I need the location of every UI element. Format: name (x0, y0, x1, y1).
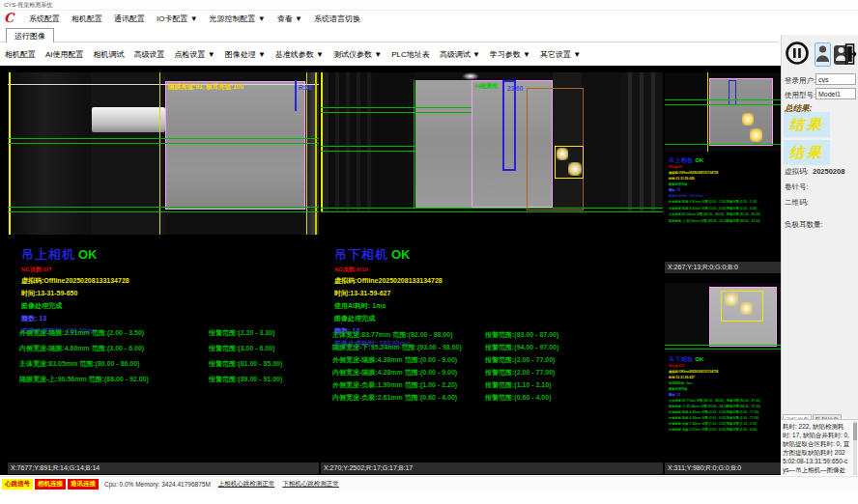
menu-light-config[interactable]: 光源控制配置 ▼ (204, 14, 272, 24)
left-pixel-status: X:7677;Y:891;R:14;G:14;B:14 (8, 462, 319, 474)
tb-tester-params[interactable]: 测试仪参数 ▼ (329, 49, 386, 60)
bottom-status-bar: 心跳信号 相机连接 通讯连接 Cpu: 0.0% Memory: 3424.41… (0, 476, 858, 490)
alarm-range: 报警范围:(2.00 - 77.00) (727, 410, 758, 415)
alarm-range: 报警范围:(83.00 - 87.00) (727, 399, 760, 404)
tb-advanced-debug[interactable]: 高级调试 ▼ (435, 49, 485, 60)
tb-learning-params[interactable]: 学习参数 ▼ (485, 49, 535, 60)
tb-plc-address[interactable]: PLC地址表 (386, 49, 435, 60)
mini-code: 虚拟码:Offline20250208133134728 (669, 370, 780, 375)
left-process-done: 图像处理完成 (21, 301, 129, 311)
tb-ai-config[interactable]: AI使用配置 (41, 49, 89, 60)
model-value[interactable] (815, 88, 856, 99)
alarm-range: 报警范围:(2.00 - 77.00) (485, 368, 555, 378)
menu-io-config[interactable]: IO卡配置 ▼ (151, 14, 204, 24)
log-scrollbar-thumb[interactable] (853, 423, 857, 440)
green-measure-line (321, 211, 663, 212)
defect-blob (742, 113, 754, 126)
measure-value: 内侧宽度-隔膜:4.28mm 范围:(0.00 - 9.00) (332, 368, 457, 378)
exit-door-icon (844, 42, 858, 66)
bottom-cam-heartbeat-link[interactable]: 下相机心跳检测正常 (282, 480, 339, 489)
menu-view[interactable]: 查看 ▼ (272, 14, 308, 24)
left-virtual-code: 虚拟码:Offline20250208133134728 (21, 276, 129, 286)
mini-done: 图像处理完成 (669, 182, 780, 187)
log-scrollbar[interactable] (853, 421, 857, 475)
menu-camera-config[interactable]: 相机配置 (66, 14, 108, 24)
mid-camera-image[interactable]: AI检测框 23.60 (321, 72, 663, 212)
tb-image-process[interactable]: 图像处理 ▼ (220, 49, 271, 60)
tab-strip: 运行图像 (0, 26, 779, 42)
menu-system-config[interactable]: 系统配置 (23, 14, 66, 24)
alarm-range: 报警范围:(2.00 - 77.00) (485, 355, 555, 365)
green-measure-line (8, 143, 319, 144)
comm-connect-badge: 通讯连接 (68, 479, 99, 490)
tb-camera-config[interactable]: 相机配置 (0, 49, 41, 60)
mid-pixel-status: X:270;Y:2502;R:17;G:17;B:17 (321, 462, 663, 474)
neg-tab-count-label: 负极耳数量: (785, 220, 823, 230)
qr-code-label: 二维码: (785, 198, 809, 208)
virtual-code-label: 虚拟码: (785, 167, 809, 177)
ai-roi-label: AI检测框 (474, 82, 498, 91)
alarm-range: 报警范围:(3.00 - 6.00) (209, 344, 274, 353)
top-cam-heartbeat-link[interactable]: 上相机心跳检测正常 (218, 480, 275, 489)
log-text: 耗时: 222, 缺陷检测耗时: 17, 缺陷合并耗时: 0, 缺陷提取合区耗时… (783, 422, 850, 474)
photo-decor (582, 72, 620, 212)
measure-value: 外侧宽度-隔膜:2.91mm 范围:(2.00 - 3.50) (669, 200, 726, 205)
defect-blob (740, 302, 753, 315)
green-measure-line (8, 138, 319, 139)
pause-button[interactable] (785, 41, 810, 66)
measure-value: 内侧宽度-隔膜:4.60mm 范围:(3.00 - 6.00) (669, 207, 726, 211)
alarm-range: 报警范围:(94.00 - 97.00) (485, 343, 558, 352)
green-measure-line (414, 80, 415, 208)
tb-advanced-settings[interactable]: 高级设置 (129, 49, 170, 60)
menu-language[interactable]: 系统语言切换 (308, 14, 366, 24)
menu-comm-config[interactable]: 通讯配置 (108, 14, 151, 24)
measure-value: 主体宽度:83.77mm 范围:(82.00 - 88.00) (332, 330, 453, 340)
photo-decor (91, 72, 165, 235)
left-camera-image[interactable]: 隔膜亮值:93, 极耳亮值:100 R:66 (8, 72, 319, 235)
white-scan-line (8, 84, 319, 85)
mini-top-result-block: 吊上相机OK NG次数:0/7 虚拟码:Offline2025020813313… (669, 156, 780, 225)
result-display-2: 结果 (784, 140, 830, 165)
needle-no-label: 卷针号: (785, 182, 809, 192)
photo-decor (620, 72, 663, 212)
yellow-guide-line (306, 72, 307, 235)
login-user-button[interactable] (815, 42, 831, 67)
left-camera-title: 吊上相机 (21, 247, 75, 262)
tb-baseline-params[interactable]: 基准线参数 ▼ (271, 49, 329, 60)
measure-value: 隔膜宽度-上:90.56mm 范围:(88.00 - 92.00) (19, 375, 149, 384)
blue-measure-rect (502, 80, 516, 171)
yellow-guide-line (707, 72, 708, 152)
green-measure-line (321, 146, 415, 147)
mid-camera-title: 吊下相机 (334, 247, 388, 262)
mid-process-done: 图像处理完成 (334, 314, 443, 323)
measure-value: 主体宽度:83.77mm 范围:(82.00 - 88.00) (669, 399, 724, 404)
login-user-value[interactable] (815, 73, 856, 85)
model-label: 使用型号: (785, 91, 815, 100)
alarm-range: 报警范围:(1.10 - 2.10) (727, 422, 757, 427)
heartbeat-badge: 心跳信号 (2, 479, 33, 490)
photo-decor (329, 72, 375, 212)
log-panel[interactable]: 耗时: 222, 缺陷检测耗时: 17, 缺陷合并耗时: 0, 缺陷提取合区耗时… (781, 419, 858, 475)
tb-spot-check[interactable]: 点检设置 ▼ (170, 49, 220, 60)
green-measure-line (321, 151, 415, 152)
alarm-range: 报警范围:(81.00 - 85.00) (727, 212, 760, 217)
mini-bottom-camera-image[interactable] (665, 283, 781, 352)
measure-value: 隔膜宽度-下:95.24mm 范围:(93.00 - 98.00) (332, 343, 462, 352)
virtual-code-value: 20250208 (813, 167, 844, 176)
alarm-range: 报警范围:(94.00 - 97.00) (727, 405, 760, 409)
alarm-range: 报警范围:(0.60 - 4.00) (485, 393, 551, 403)
photo-decor (709, 78, 773, 146)
photo-decor (375, 72, 415, 212)
exit-button[interactable] (844, 42, 858, 66)
alarm-range: 报警范围:(3.00 - 6.00) (727, 207, 757, 211)
brightness-annotation: 隔膜亮值:93, 极耳亮值:100 (168, 83, 243, 92)
left-time: 时间:13-31-59-650 (21, 289, 129, 298)
mini-ng: NG次数:0/7 (669, 166, 780, 170)
green-measure-line (321, 208, 663, 209)
mini-top-camera-image[interactable] (665, 72, 781, 152)
measure-value: 内侧宽度-隔膜:4.28mm 范围:(0.00 - 9.00) (669, 416, 726, 421)
tb-other-settings[interactable]: 其它设置 ▼ (535, 49, 586, 60)
tb-camera-debug[interactable]: 相机调试 (89, 49, 129, 60)
mini-camera-ok: OK (695, 157, 703, 164)
measure-value: 外侧宽度-隔膜:4.38mm 范围:(0.00 - 9.00) (332, 355, 457, 365)
